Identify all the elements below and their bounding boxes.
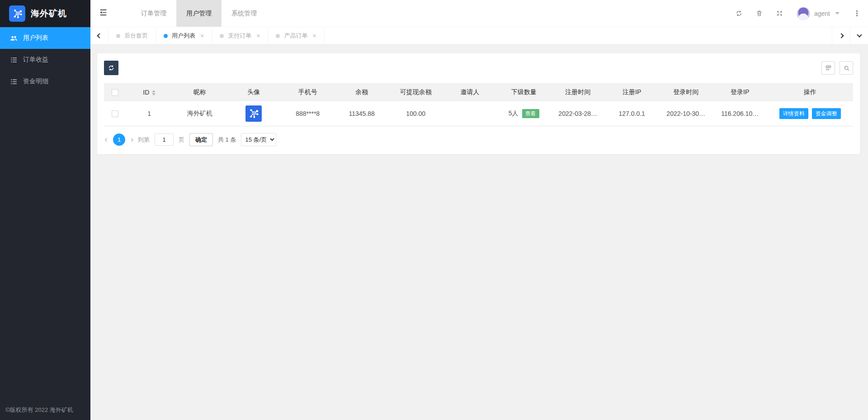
fund-adjust-button[interactable]: 资金调整 bbox=[812, 108, 841, 119]
sidebar-item-label: 用户列表 bbox=[23, 34, 48, 42]
sidebar: 海外矿机 用户列表 订单收益 资 bbox=[0, 0, 90, 420]
user-menu[interactable]: agent bbox=[797, 7, 840, 20]
cell-actions: 详情资料资金调整 bbox=[767, 101, 853, 126]
top-menu-label: 系统管理 bbox=[231, 10, 257, 18]
table-header-row: ID 昵称 头像 手机号 余额 可提现余额 邀请人 下级数量 注册时间 注册IP… bbox=[104, 84, 853, 101]
cell-inviter bbox=[443, 101, 497, 126]
tab-pay-orders[interactable]: 支付订单 × bbox=[212, 27, 268, 44]
copyright-text: ©版权所有 2022 海外矿机 bbox=[0, 406, 90, 414]
table-toolbar bbox=[104, 61, 853, 75]
column-header-inviter: 邀请人 bbox=[443, 84, 497, 101]
collapse-menu-icon bbox=[99, 8, 108, 19]
select-all-checkbox[interactable] bbox=[112, 89, 118, 96]
sidebar-item-fund-detail[interactable]: 资金明细 bbox=[0, 71, 90, 92]
user-table: ID 昵称 头像 手机号 余额 可提现余额 邀请人 下级数量 注册时间 注册IP… bbox=[104, 83, 853, 126]
column-header-reg-ip: 注册IP bbox=[605, 84, 659, 101]
subordinate-count: 5人 bbox=[509, 110, 519, 117]
row-checkbox[interactable] bbox=[112, 110, 118, 117]
sidebar-item-label: 资金明细 bbox=[23, 77, 48, 86]
detail-info-button[interactable]: 详情资料 bbox=[779, 108, 808, 119]
tabs-menu-button[interactable] bbox=[850, 27, 868, 44]
tabs-scroll-left-button[interactable] bbox=[90, 27, 108, 44]
sidebar-collapse-button[interactable] bbox=[90, 0, 116, 27]
top-menu-item-system[interactable]: 系统管理 bbox=[222, 0, 267, 27]
top-header: 订单管理 用户管理 系统管理 bbox=[90, 0, 868, 27]
list-icon bbox=[9, 56, 18, 64]
search-button[interactable] bbox=[840, 61, 853, 75]
pagination: 1 到第 页 确定 共 1 条 15 条/页 bbox=[104, 133, 853, 146]
goto-confirm-button[interactable]: 确定 bbox=[189, 133, 213, 146]
column-header-login-time: 登录时间 bbox=[659, 84, 713, 101]
cell-nickname: 海外矿机 bbox=[173, 101, 227, 126]
list-icon bbox=[9, 77, 18, 86]
tab-label: 用户列表 bbox=[172, 32, 195, 40]
username: agent bbox=[814, 10, 830, 17]
top-menu-item-orders[interactable]: 订单管理 bbox=[131, 0, 176, 27]
more-options-icon[interactable]: ⋮ bbox=[853, 10, 861, 17]
goto-page-input[interactable] bbox=[155, 134, 174, 146]
tab-status-dot bbox=[164, 34, 168, 38]
next-page-button[interactable] bbox=[130, 138, 133, 141]
column-header-nickname: 昵称 bbox=[173, 84, 227, 101]
chevron-right-icon bbox=[839, 33, 844, 38]
users-icon bbox=[9, 34, 18, 42]
column-header-subordinate: 下级数量 bbox=[497, 84, 551, 101]
cell-withdrawable: 100.00 bbox=[389, 101, 443, 126]
tab-status-dot bbox=[116, 34, 120, 38]
prev-page-button[interactable] bbox=[105, 138, 108, 141]
tab-bar: 后台首页 用户列表 × 支付订单 × 产品订单 × bbox=[90, 27, 868, 45]
tab-status-dot bbox=[276, 34, 280, 38]
table-refresh-button[interactable] bbox=[104, 61, 118, 75]
app-logo[interactable]: 海外矿机 bbox=[0, 0, 90, 27]
table-row: 1 海外矿机 bbox=[104, 101, 853, 126]
sort-icon[interactable] bbox=[152, 90, 156, 95]
tab-user-list[interactable]: 用户列表 × bbox=[156, 27, 212, 44]
table-toolbar-right bbox=[821, 61, 853, 75]
page-size-select[interactable]: 15 条/页 bbox=[241, 133, 276, 146]
tab-label: 产品订单 bbox=[284, 32, 307, 40]
column-header-withdrawable: 可提现余额 bbox=[389, 84, 443, 101]
close-icon[interactable]: × bbox=[312, 33, 316, 39]
cell-id: 1 bbox=[126, 101, 173, 126]
topbar-right: agent ⋮ bbox=[736, 0, 868, 27]
close-icon[interactable]: × bbox=[256, 33, 260, 39]
column-header-action: 操作 bbox=[767, 84, 853, 101]
cell-phone: 888****8 bbox=[281, 101, 335, 126]
sidebar-item-label: 订单收益 bbox=[23, 56, 48, 64]
filter-columns-button[interactable] bbox=[821, 61, 835, 75]
cell-login-ip: 116.206.10… bbox=[713, 101, 767, 126]
top-menu-label: 用户管理 bbox=[186, 10, 212, 18]
tab-status-dot bbox=[220, 34, 224, 38]
chevron-down-icon bbox=[857, 32, 862, 37]
cell-reg-time: 2022-03-28… bbox=[551, 101, 605, 126]
trash-icon[interactable] bbox=[756, 10, 763, 17]
sidebar-item-user-list[interactable]: 用户列表 bbox=[0, 27, 90, 49]
column-header-balance: 余额 bbox=[335, 84, 389, 101]
column-header-id[interactable]: ID bbox=[126, 84, 173, 101]
total-count-label: 共 1 条 bbox=[218, 136, 236, 144]
column-header-label: ID bbox=[143, 89, 149, 96]
view-subordinates-button[interactable]: 查看 bbox=[522, 109, 539, 118]
chevron-left-icon bbox=[97, 33, 102, 38]
tab-product-orders[interactable]: 产品订单 × bbox=[268, 27, 324, 44]
top-menu: 订单管理 用户管理 系统管理 bbox=[131, 0, 267, 27]
top-menu-label: 订单管理 bbox=[141, 10, 166, 18]
user-avatar-thumbnail bbox=[245, 105, 262, 122]
column-header-phone: 手机号 bbox=[281, 84, 335, 101]
top-menu-item-users[interactable]: 用户管理 bbox=[176, 0, 222, 27]
goto-suffix-label: 页 bbox=[179, 136, 184, 144]
app-title: 海外矿机 bbox=[31, 8, 67, 19]
refresh-icon[interactable] bbox=[736, 10, 742, 17]
tabs-scroll-right-button[interactable] bbox=[832, 27, 850, 44]
goto-prefix-label: 到第 bbox=[138, 136, 150, 144]
cell-reg-ip: 127.0.0.1 bbox=[605, 101, 659, 126]
close-icon[interactable]: × bbox=[200, 33, 204, 39]
sidebar-item-order-income[interactable]: 订单收益 bbox=[0, 49, 90, 71]
cell-balance: 11345.88 bbox=[335, 101, 389, 126]
cell-login-time: 2022-10-30… bbox=[659, 101, 713, 126]
current-page-badge[interactable]: 1 bbox=[113, 134, 125, 146]
tab-dashboard[interactable]: 后台首页 bbox=[108, 27, 156, 44]
cell-subordinate: 5人查看 bbox=[497, 101, 551, 126]
user-avatar bbox=[797, 7, 810, 20]
fullscreen-icon[interactable] bbox=[776, 10, 783, 17]
